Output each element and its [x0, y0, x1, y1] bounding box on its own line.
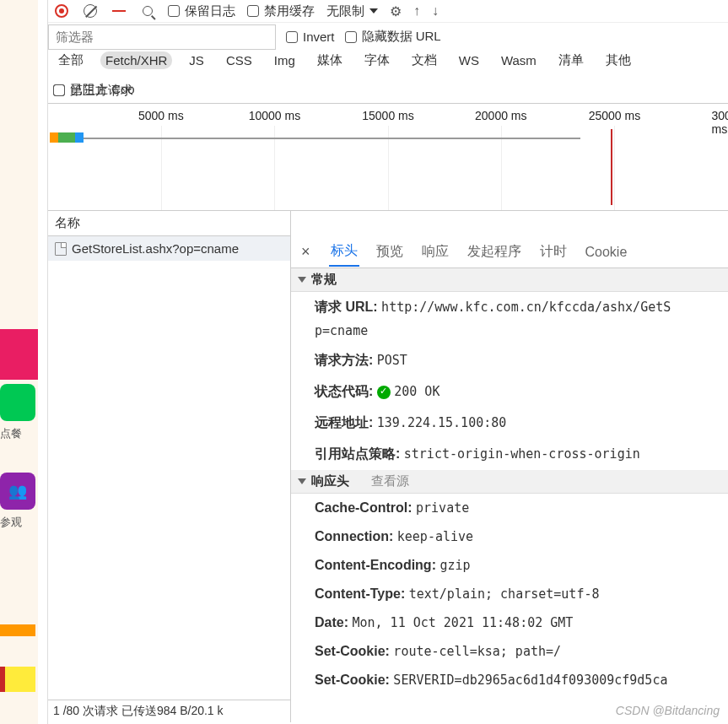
section-general[interactable]: 常规	[291, 268, 728, 292]
general-remote: 远程地址: 139.224.15.100:80	[291, 408, 728, 439]
file-icon	[55, 242, 67, 256]
type-manifest[interactable]: 清单	[553, 51, 589, 70]
filter-input[interactable]	[48, 24, 276, 50]
wf-tick-label: 10000 ms	[249, 109, 300, 122]
type-all[interactable]: 全部	[53, 51, 89, 70]
general-referrer: 引用站点策略: strict-origin-when-cross-origin	[291, 439, 728, 470]
type-other[interactable]: 其他	[601, 51, 636, 70]
tab-headers[interactable]: 标头	[329, 237, 359, 267]
network-conditions-icon[interactable]: ⚙	[390, 3, 402, 19]
sidebar-text-2: 参观	[0, 515, 22, 530]
section-response-headers[interactable]: 响应头 查看源	[291, 470, 728, 494]
green-tile[interactable]	[0, 384, 35, 421]
search-icon[interactable]	[139, 3, 156, 19]
status-ok-icon	[377, 386, 391, 399]
disable-cache-toggle[interactable]: 禁用缓存	[247, 3, 315, 19]
details-tabs: × 标头 预览 响应 发起程序 计时 Cookie	[291, 236, 728, 268]
tab-cookie[interactable]: Cookie	[584, 240, 629, 265]
general-url: 请求 URL: http://www.kfc.com.cn/kfccda/ash…	[291, 292, 728, 323]
resp-header-row: Date: Mon, 11 Oct 2021 11:48:02 GMT	[291, 608, 728, 637]
request-row[interactable]: GetStoreList.ashx?op=cname	[48, 236, 290, 261]
wf-tick-label: 15000 ms	[362, 109, 413, 122]
chevron-down-icon	[298, 478, 306, 484]
type-fetch-xhr[interactable]: Fetch/XHR	[100, 51, 172, 69]
tab-response[interactable]: 响应	[420, 238, 450, 266]
request-summary: 1 /80 次请求 已传送984 B/20.1 k	[48, 700, 290, 722]
resp-header-row: Content-Encoding: gzip	[291, 551, 728, 580]
general-method: 请求方法: POST	[291, 345, 728, 376]
name-column-header[interactable]: 名称	[48, 211, 291, 236]
wf-track	[84, 138, 580, 139]
preserve-log-toggle[interactable]: 保留日志	[168, 3, 235, 19]
clear-button[interactable]	[82, 3, 99, 19]
resp-header-row: Set-Cookie: route-cell=ksa; path=/	[291, 637, 728, 666]
wf-segment	[58, 132, 75, 143]
type-wasm[interactable]: Wasm	[496, 51, 542, 69]
type-font[interactable]: 字体	[359, 51, 395, 70]
wf-current-marker	[611, 129, 612, 205]
network-toolbar: 保留日志 禁用缓存 无限制 ⚙ ↑ ↓	[48, 0, 728, 22]
wf-tick-label: 30000 ms	[712, 109, 728, 136]
filter-toggle-icon[interactable]	[111, 3, 127, 19]
yellow-strip	[0, 667, 35, 692]
third-party-row: 第三方请求	[48, 78, 728, 103]
general-url-cont: p=cname	[291, 323, 728, 345]
general-status: 状态代码: 200 OK	[291, 376, 728, 408]
tab-initiator[interactable]: 发起程序	[466, 238, 523, 266]
hide-data-urls-toggle[interactable]: 隐藏数据 URL	[345, 29, 441, 45]
wf-tick-label: 20000 ms	[475, 109, 526, 122]
orange-strip	[0, 624, 35, 636]
resp-header-row: Cache-Control: private	[291, 494, 728, 522]
waterfall-timeline[interactable]: 5000 ms 10000 ms 15000 ms 20000 ms 25000…	[48, 103, 728, 211]
purple-tile[interactable]: 👥	[0, 473, 35, 510]
resp-header-row: Set-Cookie: SERVERID=db2965ac6d1d4f09300…	[291, 666, 728, 694]
request-list: GetStoreList.ashx?op=cname 1 /80 次请求 已传送…	[48, 236, 291, 722]
sidebar-text-1: 点餐	[0, 426, 22, 441]
chevron-down-icon	[298, 277, 306, 283]
tab-preview[interactable]: 预览	[375, 238, 405, 266]
export-har-icon[interactable]: ↓	[432, 3, 439, 19]
resp-header-row: Connection: keep-alive	[291, 522, 728, 551]
wf-tick-label: 25000 ms	[589, 109, 640, 122]
request-details-pane: × 标头 预览 响应 发起程序 计时 Cookie 常规 请求 URL: htt…	[291, 236, 728, 722]
wf-tick-label: 5000 ms	[138, 109, 184, 122]
wf-segment	[75, 132, 84, 143]
pink-block	[0, 329, 38, 380]
type-img[interactable]: Img	[269, 51, 300, 69]
type-doc[interactable]: 文档	[407, 51, 442, 70]
type-ws[interactable]: WS	[454, 51, 484, 69]
wf-segment	[50, 132, 58, 143]
resp-header-row: Content-Type: text/plain; charset=utf-8	[291, 580, 728, 608]
resource-type-filter: 全部 Fetch/XHR JS CSS Img 媒体 字体 文档 WS Wasm…	[48, 51, 728, 78]
tab-timing[interactable]: 计时	[538, 238, 569, 266]
close-details-button[interactable]: ×	[298, 243, 314, 261]
type-css[interactable]: CSS	[221, 51, 257, 69]
view-source-link[interactable]: 查看源	[371, 473, 409, 489]
record-button[interactable]	[53, 3, 70, 19]
import-har-icon[interactable]: ↑	[413, 3, 420, 19]
third-party-toggle[interactable]: 第三方请求	[53, 83, 133, 99]
type-media[interactable]: 媒体	[312, 51, 348, 70]
chevron-down-icon	[369, 8, 378, 14]
throttling-dropdown[interactable]: 无限制	[326, 3, 378, 19]
devtools-network-panel: 保留日志 禁用缓存 无限制 ⚙ ↑ ↓ Invert 隐藏数据 URL 全部 F…	[47, 0, 728, 724]
external-sidebar: 点餐 👥 参观	[0, 0, 38, 724]
request-name: GetStoreList.ashx?op=cname	[72, 241, 239, 256]
filter-bar: Invert 隐藏数据 URL	[48, 22, 728, 51]
type-js[interactable]: JS	[184, 51, 209, 69]
invert-toggle[interactable]: Invert	[286, 30, 335, 44]
